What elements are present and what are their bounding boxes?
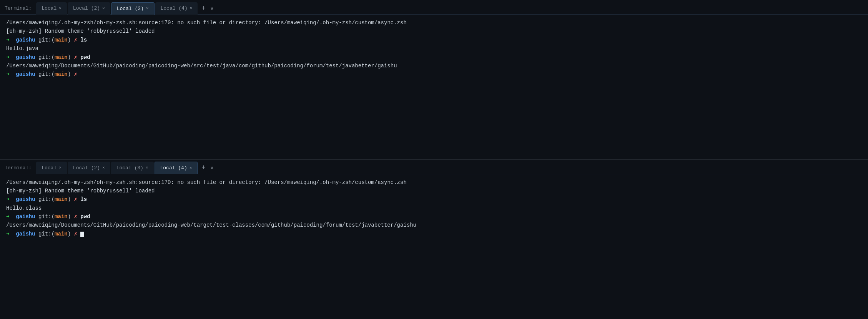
top-tab-local1[interactable]: Local × <box>36 2 67 15</box>
bottom-tab-local4-label: Local (4) <box>160 165 187 171</box>
top-tab-local4[interactable]: Local (4) × <box>155 2 198 15</box>
bottom-tab-add-button[interactable]: + <box>198 164 209 172</box>
bottom-line-4: Hello.class <box>6 204 862 212</box>
top-tab-dropdown-button[interactable]: ∨ <box>209 6 215 11</box>
top-tab-local2-close[interactable]: × <box>102 6 105 11</box>
top-tab-local2-label: Local (2) <box>73 5 100 11</box>
top-tab-local3-label: Local (3) <box>117 6 144 12</box>
bottom-tab-bar: Terminal: Local × Local (2) × Local (3) … <box>0 160 868 174</box>
terminal-cursor <box>80 232 84 237</box>
bottom-line-2: [oh-my-zsh] Random theme 'robbyrussell' … <box>6 187 862 195</box>
bottom-tab-dropdown-button[interactable]: ∨ <box>209 165 215 170</box>
top-line-7: ➜ gaishu git:(main) ✗ <box>6 70 862 78</box>
top-line-4: Hello.java <box>6 44 862 53</box>
bottom-tab-local1-label: Local <box>42 165 57 171</box>
bottom-line-7: ➜ gaishu git:(main) ✗ <box>6 230 862 238</box>
bottom-tab-local2-label: Local (2) <box>73 165 100 171</box>
bottom-line-3: ➜ gaishu git:(main) ✗ ls <box>6 195 862 204</box>
bottom-line-6: /Users/maweiqing/Documents/GitHub/paicod… <box>6 221 862 229</box>
bottom-tab-local2-close[interactable]: × <box>102 165 105 170</box>
bottom-line-1: /Users/maweiqing/.oh-my-zsh/oh-my-zsh.sh… <box>6 178 862 187</box>
bottom-terminal-section: Terminal: Local × Local (2) × Local (3) … <box>0 160 868 319</box>
bottom-tab-local3-label: Local (3) <box>116 165 143 171</box>
bottom-tab-local1-close[interactable]: × <box>59 165 62 170</box>
bottom-tab-local2[interactable]: Local (2) × <box>68 162 110 174</box>
bottom-tab-local4-close[interactable]: × <box>190 166 192 170</box>
bottom-line-5: ➜ gaishu git:(main) ✗ pwd <box>6 212 862 221</box>
top-terminal-section: Terminal: Local × Local (2) × Local (3) … <box>0 0 868 160</box>
top-line-2: [oh-my-zsh] Random theme 'robbyrussell' … <box>6 27 862 35</box>
bottom-tab-local3[interactable]: Local (3) × <box>111 162 154 174</box>
bottom-tab-local3-close[interactable]: × <box>146 165 148 170</box>
bottom-terminal-label: Terminal: <box>0 165 36 171</box>
bottom-terminal-pane: /Users/maweiqing/.oh-my-zsh/oh-my-zsh.sh… <box>0 174 868 319</box>
top-tab-local4-close[interactable]: × <box>190 6 193 11</box>
top-line-1: /Users/maweiqing/.oh-my-zsh/oh-my-zsh.sh… <box>6 18 862 27</box>
top-tab-local3-close[interactable]: × <box>146 6 149 11</box>
top-tab-bar: Terminal: Local × Local (2) × Local (3) … <box>0 0 868 15</box>
top-line-6: /Users/maweiqing/Documents/GitHub/paicod… <box>6 62 862 70</box>
top-terminal-label: Terminal: <box>0 5 36 11</box>
bottom-tab-local4[interactable]: Local (4) × <box>155 162 198 174</box>
top-tab-local2[interactable]: Local (2) × <box>68 2 110 15</box>
top-terminal-pane: /Users/maweiqing/.oh-my-zsh/oh-my-zsh.sh… <box>0 15 868 159</box>
top-line-3: ➜ gaishu git:(main) ✗ ls <box>6 36 862 44</box>
terminal-app: Terminal: Local × Local (2) × Local (3) … <box>0 0 868 319</box>
top-tab-local4-label: Local (4) <box>161 5 188 11</box>
top-tab-local1-label: Local <box>42 5 57 11</box>
top-tab-add-button[interactable]: + <box>198 5 209 12</box>
top-tab-local1-close[interactable]: × <box>59 6 62 11</box>
top-tab-local3[interactable]: Local (3) × <box>111 2 155 15</box>
bottom-tab-local1[interactable]: Local × <box>36 162 67 174</box>
top-line-5: ➜ gaishu git:(main) ✗ pwd <box>6 53 862 62</box>
